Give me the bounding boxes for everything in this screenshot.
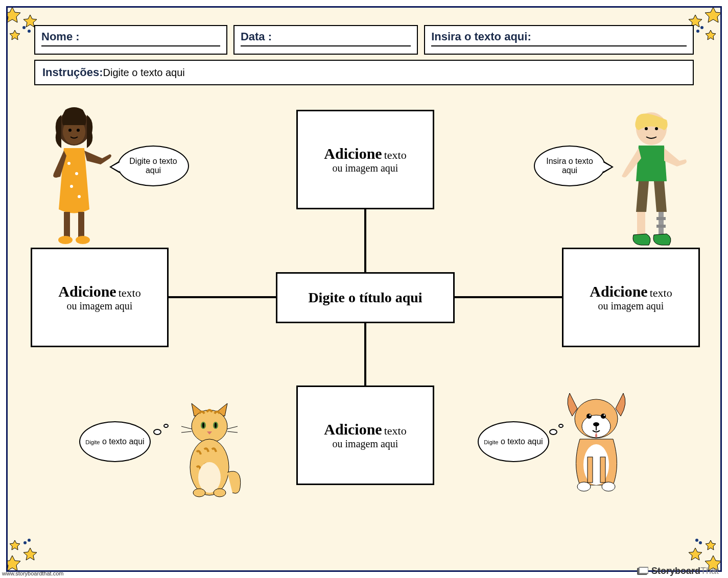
girl-bubble-tail bbox=[109, 161, 120, 173]
svg-rect-24 bbox=[659, 212, 664, 235]
header-row: Nome : Data : Insira o texto aqui: bbox=[34, 25, 694, 55]
svg-point-11 bbox=[77, 129, 80, 132]
node-left-sub: ou imagem aqui bbox=[38, 300, 161, 312]
date-field[interactable]: Data : bbox=[233, 25, 418, 55]
svg-point-35 bbox=[214, 489, 226, 497]
dog-thought-text: Digite o texto aqui bbox=[484, 437, 543, 446]
svg-point-14 bbox=[70, 185, 73, 188]
dog-thought-dot-2 bbox=[558, 424, 563, 428]
svg-point-45 bbox=[602, 482, 615, 491]
svg-rect-26 bbox=[656, 225, 666, 228]
svg-rect-46 bbox=[588, 457, 593, 483]
svg-rect-50 bbox=[640, 568, 648, 573]
node-right-lite: texto bbox=[650, 286, 672, 299]
svg-rect-23 bbox=[637, 212, 645, 235]
svg-point-33 bbox=[198, 462, 221, 493]
svg-point-27 bbox=[192, 410, 227, 443]
svg-point-30 bbox=[202, 423, 204, 428]
svg-point-42 bbox=[593, 422, 599, 426]
cat-thought-dot-2 bbox=[163, 424, 169, 428]
node-bottom-bold: Adicione bbox=[324, 421, 382, 438]
node-right-bold: Adicione bbox=[590, 283, 647, 300]
name-underline bbox=[41, 45, 220, 46]
dog-character bbox=[559, 391, 646, 503]
boy-speech-text: Insira o texto aqui bbox=[538, 157, 601, 176]
node-right[interactable]: Adicione texto ou imagem aqui bbox=[562, 248, 700, 347]
girl-speech-text: Digite o texto aqui bbox=[122, 157, 185, 176]
extra-label: Insira o texto aqui: bbox=[431, 30, 531, 43]
diagram-canvas: Digite o título aqui Adicione texto ou i… bbox=[8, 105, 720, 570]
center-title-text: Digite o título aqui bbox=[288, 290, 443, 306]
worksheet-page: Nome : Data : Insira o texto aqui: Instr… bbox=[6, 6, 722, 572]
instructions-label: Instruções: bbox=[42, 66, 103, 79]
footer-url: www.storyboardthat.com bbox=[2, 570, 63, 576]
svg-point-19 bbox=[76, 236, 90, 244]
name-label: Nome : bbox=[41, 30, 80, 43]
svg-point-41 bbox=[604, 415, 605, 416]
boy-speech-bubble[interactable]: Insira o texto aqui bbox=[534, 146, 605, 186]
dog-thought-bubble[interactable]: Digite o texto aqui bbox=[478, 421, 549, 462]
extra-field[interactable]: Insira o texto aqui: bbox=[424, 25, 694, 55]
svg-rect-17 bbox=[78, 212, 84, 237]
boy-bubble-tail bbox=[603, 161, 614, 173]
cat-thought-text: Digite o texto aqui bbox=[85, 437, 144, 446]
svg-point-13 bbox=[75, 172, 78, 175]
connector-left bbox=[166, 296, 276, 298]
svg-point-1 bbox=[28, 30, 31, 33]
storyboard-icon bbox=[637, 567, 648, 576]
node-bottom-lite: texto bbox=[384, 424, 407, 437]
date-label: Data : bbox=[241, 30, 272, 43]
instructions-text: Digite o texto aqui bbox=[103, 67, 185, 78]
extra-underline bbox=[431, 45, 687, 46]
connector-right bbox=[452, 296, 562, 298]
node-top[interactable]: Adicione texto ou imagem aqui bbox=[296, 110, 434, 209]
svg-point-31 bbox=[215, 423, 217, 428]
dog-thought-dot-1 bbox=[549, 429, 557, 435]
cat-character bbox=[179, 401, 250, 503]
node-bottom-sub: ou imagem aqui bbox=[304, 438, 427, 450]
cat-thought-bubble[interactable]: Digite o texto aqui bbox=[79, 421, 151, 462]
svg-point-3 bbox=[696, 30, 699, 33]
svg-point-21 bbox=[645, 127, 648, 130]
name-field[interactable]: Nome : bbox=[34, 25, 227, 55]
svg-point-0 bbox=[22, 26, 26, 29]
svg-point-39 bbox=[601, 414, 606, 419]
footer-brand: StoryboardThat bbox=[637, 566, 719, 576]
svg-point-18 bbox=[58, 236, 73, 244]
svg-point-40 bbox=[590, 415, 591, 416]
node-top-lite: texto bbox=[384, 149, 407, 161]
boy-character bbox=[616, 107, 692, 250]
node-top-sub: ou imagem aqui bbox=[304, 162, 427, 174]
svg-point-15 bbox=[78, 195, 81, 198]
date-underline bbox=[241, 45, 411, 46]
girl-character bbox=[46, 107, 112, 250]
node-left-bold: Adicione bbox=[58, 283, 116, 300]
svg-rect-47 bbox=[600, 457, 605, 483]
instructions-box[interactable]: Instruções:Digite o texto aqui bbox=[34, 60, 694, 85]
svg-point-38 bbox=[586, 414, 592, 419]
cat-thought-dot-1 bbox=[153, 429, 161, 435]
svg-rect-25 bbox=[656, 217, 666, 220]
node-bottom[interactable]: Adicione texto ou imagem aqui bbox=[296, 386, 434, 485]
node-right-sub: ou imagem aqui bbox=[570, 300, 692, 312]
node-left-lite: texto bbox=[119, 286, 141, 299]
svg-point-34 bbox=[193, 489, 205, 497]
svg-point-44 bbox=[577, 482, 591, 491]
svg-rect-16 bbox=[64, 212, 70, 237]
connector-top bbox=[364, 207, 366, 273]
svg-point-2 bbox=[700, 26, 703, 29]
svg-point-10 bbox=[68, 129, 72, 132]
center-title-box[interactable]: Digite o título aqui bbox=[276, 272, 455, 323]
node-left[interactable]: Adicione texto ou imagem aqui bbox=[31, 248, 169, 347]
svg-point-22 bbox=[655, 127, 658, 130]
girl-speech-bubble[interactable]: Digite o texto aqui bbox=[118, 146, 189, 186]
node-top-bold: Adicione bbox=[324, 145, 382, 162]
svg-point-12 bbox=[67, 162, 71, 165]
connector-bottom bbox=[364, 319, 366, 386]
